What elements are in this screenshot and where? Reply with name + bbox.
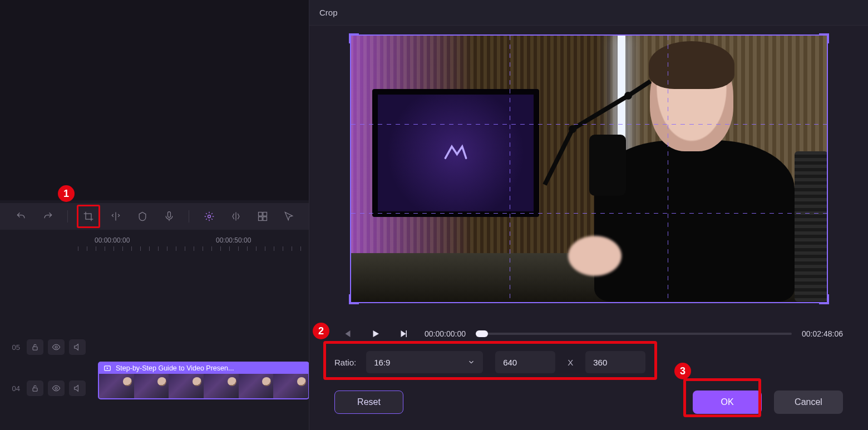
clip-header: Step-by-Step Guide to Video Presen... [99,363,308,374]
redo-icon[interactable] [41,210,55,223]
track-visibility-04[interactable] [48,380,65,396]
timeline-pane: 1 [0,0,309,430]
next-frame-button[interactable] [397,327,410,340]
crop-handle-top-left[interactable] [349,33,359,43]
current-time: 00:00:00:00 [425,329,466,338]
track-visibility-05[interactable] [48,339,65,355]
track-number-05: 05 [0,343,22,352]
chevron-down-icon [467,358,475,366]
ratio-select[interactable]: 16:9 [366,351,483,373]
ruler-tick-0: 00:00:00:00 [95,236,130,244]
reset-button[interactable]: Reset [334,391,403,414]
track-mute-04[interactable] [69,380,86,396]
play-button[interactable] [369,327,382,340]
ratio-row: Ratio: 16:9 640 X 360 [334,351,645,373]
total-duration: 00:02:48:06 [802,329,843,338]
track-lock-05[interactable] [27,339,43,355]
track-row-05: 05 [0,328,309,366]
toolbar-separator [67,210,68,223]
cursor-icon[interactable] [282,210,295,223]
svg-point-0 [208,215,211,218]
ratio-value: 16:9 [374,358,390,367]
ruler-minor-ticks [78,246,309,251]
crop-icon[interactable] [82,210,95,223]
split-icon[interactable] [109,210,122,223]
ok-button[interactable]: OK [693,391,762,414]
crop-panel-title: Crop [309,0,868,26]
height-value: 360 [593,358,607,367]
crop-preview[interactable] [350,34,828,303]
ruler-tick-1: 00:00:50:00 [216,236,251,244]
time-ruler[interactable]: 00:00:00:00 00:00:50:00 [0,230,309,250]
cancel-button[interactable]: Cancel [774,391,843,414]
annotation-badge-3: 3 [674,363,691,379]
playback-row: 00:00:00:00 00:02:48:06 [334,325,843,342]
prev-frame-button[interactable] [341,327,354,340]
track-lock-04[interactable] [27,380,43,396]
height-input[interactable]: 360 [585,351,645,373]
crop-button-highlight [77,205,100,228]
toolbar-separator [189,210,189,223]
timeline-toolbar [0,203,309,230]
crop-handle-bottom-left[interactable] [349,294,359,304]
ai-sparkle-icon[interactable] [203,210,216,223]
scrub-handle[interactable] [476,330,488,337]
voiceover-mic-icon[interactable] [162,210,176,223]
track-number-04: 04 [0,384,22,393]
track-mute-05[interactable] [69,339,86,355]
svg-rect-3 [258,217,262,221]
svg-point-6 [55,346,57,348]
crop-handle-bottom-right[interactable] [819,294,829,304]
clip-title: Step-by-Step Guide to Video Presen... [116,364,234,372]
width-value: 640 [503,358,517,367]
dimension-separator: X [568,358,573,367]
media-bin-area [0,0,309,200]
annotation-badge-1: 1 [58,185,75,202]
annotation-badge-2: 2 [313,323,329,339]
mirror-icon[interactable] [229,210,243,223]
undo-icon[interactable] [14,210,28,223]
track-row-03: 03 [0,419,309,430]
width-input[interactable]: 640 [495,351,555,373]
svg-point-8 [55,387,57,389]
crop-panel: Crop [309,0,868,430]
svg-rect-1 [258,212,262,216]
clip-thumbnails [99,374,308,398]
dialog-button-row: Reset OK Cancel [334,391,843,414]
scrub-track[interactable] [476,333,792,335]
grid-icon[interactable] [256,210,269,223]
svg-rect-4 [263,217,267,221]
video-frame [350,34,828,303]
svg-point-13 [624,92,632,100]
svg-point-12 [569,125,576,133]
ratio-label: Ratio: [334,358,356,367]
svg-rect-5 [33,347,37,350]
svg-rect-2 [263,212,267,216]
crop-handle-top-right[interactable] [819,33,829,43]
svg-rect-7 [33,388,37,391]
marker-icon[interactable] [136,210,149,223]
timeline-clip[interactable]: Step-by-Step Guide to Video Presen... [98,362,309,399]
